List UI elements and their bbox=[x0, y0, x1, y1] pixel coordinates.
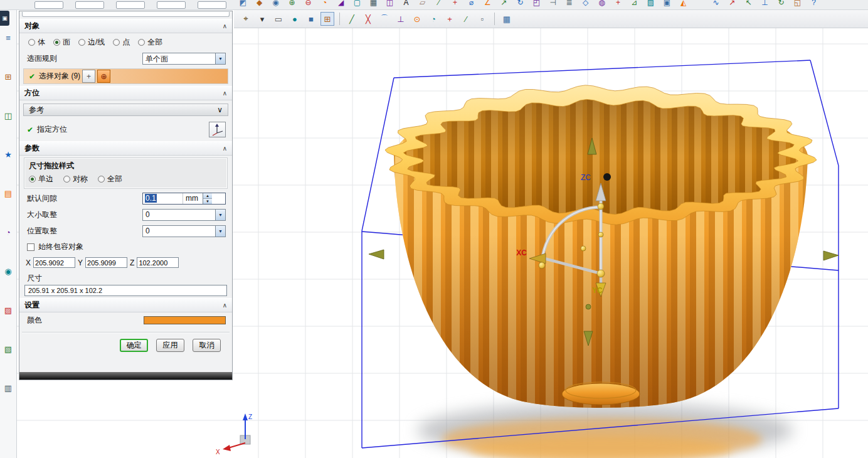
materials-icon[interactable]: ▨ bbox=[2, 304, 14, 316]
toolbar-combo[interactable] bbox=[75, 1, 104, 9]
chevron-down-icon[interactable]: ▼ bbox=[215, 53, 225, 64]
radio-edge[interactable]: 边/线 bbox=[78, 37, 105, 48]
sphere-select-icon[interactable]: ● bbox=[288, 12, 302, 26]
section-header-params[interactable]: 参数 ∧ bbox=[19, 141, 232, 156]
toolbar-combo[interactable] bbox=[198, 1, 226, 9]
csys-handle-sphere[interactable] bbox=[598, 232, 603, 237]
always-contain-checkbox[interactable] bbox=[27, 243, 34, 251]
blend-icon[interactable]: ◔ bbox=[318, 0, 331, 9]
point-snap-icon[interactable]: + bbox=[443, 12, 457, 26]
datum-plane-icon[interactable]: ▱ bbox=[416, 0, 429, 9]
axis-y-icon[interactable]: ↖ bbox=[742, 0, 755, 9]
midpoint-snap-icon[interactable]: ╳ bbox=[361, 12, 375, 26]
spin-up-icon[interactable]: ▲ bbox=[203, 193, 212, 198]
unit-label[interactable]: mm bbox=[183, 193, 203, 204]
default-gap-input[interactable]: 0.1 mm ▲ ▼ bbox=[142, 193, 226, 205]
history-icon[interactable]: ◔ bbox=[2, 226, 14, 238]
position-round-combo[interactable]: 0 ▼ bbox=[142, 225, 226, 237]
select-object-row[interactable]: ✔ 选择对象 (9) + ⊕ bbox=[23, 68, 228, 84]
line-snap-icon[interactable]: ∕ bbox=[459, 12, 473, 26]
arc-center-snap-icon[interactable]: ⊙ bbox=[410, 12, 424, 26]
cancel-button[interactable]: 取消 bbox=[193, 339, 221, 352]
size-value-field[interactable]: 205.91 x 205.91 x 102.2 bbox=[24, 285, 227, 296]
layer-settings-icon[interactable]: ≣ bbox=[563, 0, 576, 9]
point-tool-icon[interactable]: + bbox=[448, 0, 462, 9]
toolbar-combo[interactable] bbox=[116, 1, 145, 9]
apply-button[interactable]: 应用 bbox=[156, 339, 184, 352]
render-style-icon[interactable]: ◍ bbox=[595, 0, 608, 9]
extrude-icon[interactable]: ◆ bbox=[253, 0, 266, 9]
curve-icon[interactable]: ⌒ bbox=[693, 0, 706, 9]
csys-top-ball[interactable] bbox=[603, 173, 611, 181]
radio-all[interactable]: 全部 bbox=[138, 37, 162, 48]
y-input[interactable] bbox=[85, 257, 127, 268]
collapse-icon[interactable]: ∧ bbox=[223, 23, 227, 29]
spinner[interactable]: ▲ ▼ bbox=[203, 193, 212, 204]
shell-icon[interactable]: ▢ bbox=[351, 0, 364, 9]
z-input[interactable] bbox=[137, 257, 179, 268]
csys-handle-sphere[interactable] bbox=[598, 203, 604, 210]
csys-handle-sphere[interactable] bbox=[581, 246, 586, 251]
view-orient-icon[interactable]: ◇ bbox=[579, 0, 592, 9]
wcs-dynamics-icon[interactable]: + bbox=[611, 0, 625, 9]
chevron-down-icon[interactable]: ▼ bbox=[215, 226, 225, 237]
spline-icon[interactable]: ∿ bbox=[709, 0, 722, 9]
face-snap-icon[interactable]: ▫ bbox=[475, 12, 489, 26]
csys-small-icon[interactable]: ⊥ bbox=[758, 0, 771, 9]
section-header-orient[interactable]: 方位 ∧ bbox=[19, 86, 232, 100]
grid-snap-icon[interactable]: ▦ bbox=[500, 12, 514, 26]
collapse-icon[interactable]: ∧ bbox=[223, 302, 227, 309]
snapshot-icon[interactable]: ◭ bbox=[677, 0, 690, 9]
snap-enabled-icon[interactable]: ⊞ bbox=[320, 12, 334, 26]
angle-measure-icon[interactable]: ∠ bbox=[481, 0, 494, 9]
radio-face[interactable]: 面 bbox=[53, 37, 70, 48]
size-round-combo[interactable]: 0 ▼ bbox=[142, 209, 226, 221]
dialog-top-field[interactable] bbox=[22, 12, 230, 17]
section-header-object[interactable]: 对象 ∧ bbox=[19, 19, 232, 33]
trim-body-icon[interactable]: ⊣ bbox=[546, 0, 559, 9]
datum-csys-icon[interactable]: ⊿ bbox=[628, 0, 641, 9]
refresh-view-icon[interactable]: ↻ bbox=[775, 0, 788, 9]
subtract-icon[interactable]: ⊖ bbox=[302, 0, 315, 9]
help-icon[interactable]: ? bbox=[807, 0, 820, 9]
toolbar-combo[interactable] bbox=[34, 1, 63, 9]
color-swatch[interactable] bbox=[144, 316, 226, 324]
endpoint-snap-icon[interactable]: ╱ bbox=[345, 12, 359, 26]
collapse-icon[interactable]: ∧ bbox=[223, 145, 227, 152]
part-navigator-icon[interactable]: ≡ bbox=[2, 31, 14, 44]
roles-icon[interactable]: ▥ bbox=[2, 381, 14, 394]
process-studio-icon[interactable]: ▧ bbox=[2, 343, 14, 355]
datum-axis-icon[interactable]: ∕ bbox=[432, 0, 445, 9]
resource-tab-icon[interactable]: ▣ bbox=[0, 11, 9, 26]
scale-icon[interactable]: ◰ bbox=[530, 0, 543, 9]
window-icon[interactable]: ▣ bbox=[660, 0, 674, 9]
csys-handle-sphere[interactable] bbox=[539, 262, 545, 269]
move-object-icon[interactable]: ↗ bbox=[497, 0, 511, 9]
axis-x-icon[interactable]: ↗ bbox=[726, 0, 739, 9]
cube-select-icon[interactable]: ■ bbox=[304, 12, 318, 26]
quadrant-snap-icon[interactable]: ◔ bbox=[426, 12, 440, 26]
text-tool-icon[interactable]: A bbox=[400, 0, 413, 9]
snap-point-menu-icon[interactable]: ⌖ bbox=[239, 12, 253, 26]
section-header-settings[interactable]: 设置 ∧ bbox=[19, 298, 232, 312]
snap-target-button[interactable]: ⊕ bbox=[97, 70, 110, 83]
view-palette-icon[interactable]: ▤ bbox=[2, 187, 14, 200]
csys-dialog-button[interactable] bbox=[209, 122, 226, 137]
radio-body[interactable]: 体 bbox=[28, 37, 45, 48]
constraint-navigator-icon[interactable]: ◫ bbox=[2, 109, 14, 122]
unite-icon[interactable]: ⊕ bbox=[285, 0, 299, 9]
spin-down-icon[interactable]: ▼ bbox=[203, 198, 212, 204]
curve-snap-icon[interactable]: ⌒ bbox=[378, 12, 391, 26]
radio-single-side[interactable]: 单边 bbox=[29, 174, 53, 184]
assembly-navigator-icon[interactable]: ⊞ bbox=[2, 70, 14, 83]
rectangle-select-icon[interactable]: ▭ bbox=[272, 12, 285, 26]
reference-bar[interactable]: 参考 ∨ bbox=[23, 104, 228, 116]
sketch-icon[interactable]: ◩ bbox=[236, 0, 250, 9]
always-contain-row[interactable]: 始终包容对象 bbox=[19, 239, 232, 254]
reuse-library-icon[interactable]: ★ bbox=[2, 148, 14, 161]
mirror-icon[interactable]: ◫ bbox=[383, 0, 396, 9]
fit-view-icon[interactable]: ◱ bbox=[791, 0, 804, 9]
radio-all-sides[interactable]: 全部 bbox=[98, 174, 122, 184]
collapse-icon[interactable]: ∧ bbox=[223, 90, 227, 97]
face-rule-combo[interactable]: 单个面 ▼ bbox=[142, 53, 226, 65]
